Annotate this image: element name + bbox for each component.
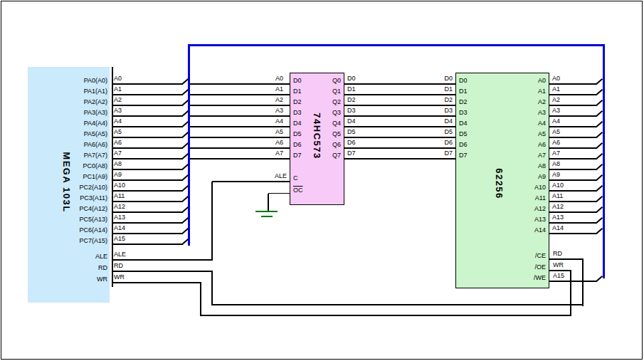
wire-label-wr: WR [114,273,134,281]
wire-ale [112,259,213,261]
wire-label-d2: D2 [433,96,453,104]
wire-a7 [112,158,183,159]
wire-a0-latch [190,83,290,85]
wire-label-a6: A6 [114,139,134,147]
wire-label-a0: A0 [552,75,572,83]
pin-label-oe: /OE [524,263,546,271]
wire-a12 [112,211,183,213]
wire-label-a11: A11 [114,192,134,200]
pin-label-d3: D3 [459,109,479,116]
pin-label-pa0-a0: PA0(A0) [43,77,107,84]
pin-label-d5: D5 [459,130,479,137]
pin-label-d3: D3 [293,109,313,116]
pin-label-q2: Q2 [321,98,341,105]
pin-label-a1: A1 [524,88,546,95]
wire-label-a15: A15 [114,235,134,243]
pin-label-a0: A0 [524,77,546,84]
wire-rd [211,271,213,305]
wire-oc [268,194,269,211]
pin-label-d4: D4 [293,120,313,127]
wire-a2-latch [190,105,290,106]
pin-label-pc1-a9: PC1(A9) [43,173,107,180]
wire-a4-latch [190,126,290,127]
pin-label-d7: D7 [459,152,479,159]
wire-label-a5: A5 [263,128,283,136]
wire-a6-sram [549,147,597,149]
pin-label-q0: Q0 [321,77,341,84]
pin-label-pc4-a12: PC4(A12) [43,205,107,212]
wire-a14 [112,233,183,234]
pin-label-a13: A13 [524,216,546,223]
pin-label-d1: D1 [459,88,479,95]
wire-label-a12: A12 [552,203,572,211]
wire-d0 [344,83,455,85]
wire-a10-sram [549,190,597,192]
pin-label-a12: A12 [524,205,546,212]
ground-symbol [255,211,278,212]
wire-label-a10: A10 [114,182,134,189]
wire-label-a7: A7 [552,150,572,157]
wire-wr [112,282,201,283]
wire-a15 [112,244,183,245]
wire-label-a3: A3 [263,107,283,115]
wire-label-a3: A3 [114,107,134,115]
pin-label-q4: Q4 [321,120,341,127]
wire-a9-sram [549,179,597,181]
pin-label-q6: Q6 [321,141,341,148]
wire-a15 [549,281,597,282]
wire-label-d4: D4 [433,117,453,125]
pin-label-d4: D4 [459,120,479,127]
wire-a4 [112,126,183,127]
wire-label-a7: A7 [114,150,134,157]
wire-label-a4: A4 [114,117,134,125]
pin-label-pc6-a14: PC6(A14) [43,226,107,234]
wire-d1 [344,94,455,95]
wire-a7-sram [549,158,597,159]
wire-a14-sram [549,233,597,234]
pin-label-pa1-a1: PA1(A1) [43,88,107,95]
wire-a7-latch [190,158,290,159]
wire-label-a6: A6 [552,139,572,147]
wire-label-d3: D3 [433,107,453,115]
address-bus-left [188,44,190,246]
pin-label-pc2-a10: PC2(A10) [43,184,107,191]
pin-label-q5: Q5 [321,130,341,137]
pin-label-a3: A3 [524,109,546,116]
wire-label-a8: A8 [114,160,134,168]
pin-label-d7: D7 [293,152,313,159]
wire-label-d1: D1 [433,85,453,93]
pin-label-pa5-a5: PA5(A5) [43,130,107,137]
wire-a1-latch [190,94,290,95]
wire-a11 [112,201,183,202]
wire-label-a13: A13 [552,214,572,221]
pin-label-a6: A6 [524,141,546,148]
wire-a12-sram [549,211,597,213]
pin-label-q1: Q1 [321,88,341,95]
wire-label-d7: D7 [347,150,367,157]
wire-a8-sram [549,169,597,170]
pin-label-pa7-a7: PA7(A7) [43,152,107,159]
pin-label-d6: D6 [293,141,313,148]
wire-label-a2: A2 [263,96,283,104]
pin-label-d2: D2 [293,98,313,105]
wire-a3 [112,115,183,117]
wire-label-a4: A4 [552,117,572,125]
wire-label-a8: A8 [552,160,572,168]
wire-d2 [344,105,455,106]
wire-d7 [344,158,455,159]
wire-label-d1: D1 [347,85,367,93]
pin-label-pc7-a15: PC7(A15) [43,237,107,244]
wire-a13-sram [549,222,597,224]
wire-label-a11: A11 [552,192,572,200]
wire-label-a1: A1 [114,85,134,93]
pin-label-wr: WR [43,276,107,283]
pin-label-pa2-a2: PA2(A2) [43,98,107,105]
wire-wr [549,270,571,271]
pin-label-d1: D1 [293,88,313,95]
wire-label-a6: A6 [263,139,283,147]
pin-label-q3: Q3 [321,109,341,116]
pin-label-pa6-a6: PA6(A6) [43,141,107,148]
wire-a9 [112,179,183,181]
wire-a5-sram [549,137,597,138]
pin-label-d5: D5 [293,130,313,137]
